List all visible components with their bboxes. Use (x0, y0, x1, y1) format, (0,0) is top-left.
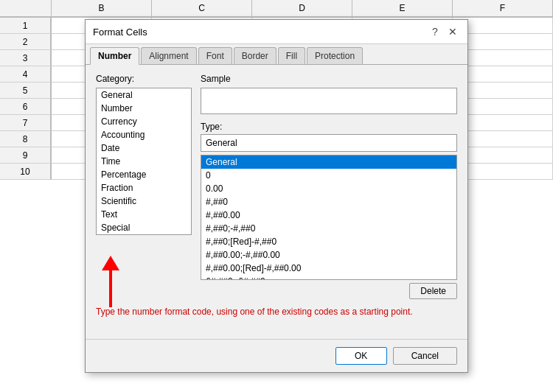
format-cells-dialog: Format Cells ? ✕ Number Alignment Font B… (85, 19, 468, 373)
tab-border[interactable]: Border (234, 47, 276, 64)
tab-alignment[interactable]: Alignment (141, 47, 196, 64)
format-hash3[interactable]: #,##0;-#,##0 (201, 222, 456, 235)
category-accounting[interactable]: Accounting (97, 128, 191, 141)
format-gbp1[interactable]: £#,##0;-£#,##0 (201, 275, 456, 280)
description-area: Type the number format code, using one o… (96, 307, 457, 324)
format-hash4[interactable]: #,##0;[Red]-#,##0 (201, 235, 456, 248)
tab-number[interactable]: Number (90, 47, 139, 65)
tab-fill[interactable]: Fill (278, 47, 305, 64)
format-hash2[interactable]: #,##0.00 (201, 209, 456, 222)
format-hash6[interactable]: #,##0.00;[Red]-#,##0.00 (201, 262, 456, 275)
category-number[interactable]: Number (97, 102, 191, 115)
category-panel: Category: General Number Currency Accoun… (96, 74, 192, 299)
category-label: Category: (96, 74, 192, 84)
dialog-overlay: Format Cells ? ✕ Number Alignment Font B… (0, 0, 553, 392)
delete-button[interactable]: Delete (409, 283, 457, 299)
category-fraction[interactable]: Fraction (97, 181, 191, 195)
cancel-button[interactable]: Cancel (393, 347, 457, 365)
titlebar-buttons: ? ✕ (428, 24, 460, 39)
category-time[interactable]: Time (97, 155, 191, 168)
format-0[interactable]: 0 (201, 169, 456, 182)
dialog-titlebar: Format Cells ? ✕ (86, 20, 467, 44)
dialog-footer: OK Cancel (86, 339, 467, 372)
delete-row: Delete (201, 283, 457, 299)
help-button[interactable]: ? (428, 24, 442, 39)
category-special[interactable]: Special (97, 221, 191, 234)
format-hash5[interactable]: #,##0.00;-#,##0.00 (201, 248, 456, 262)
dialog-content: Category: General Number Currency Accoun… (86, 65, 467, 333)
sample-box (201, 88, 457, 114)
main-area: Category: General Number Currency Accoun… (96, 74, 457, 299)
sample-label: Sample (201, 74, 457, 84)
category-custom[interactable]: Custom (97, 234, 191, 235)
type-label: Type: (201, 122, 457, 132)
dialog-title: Format Cells (93, 27, 147, 38)
ok-button[interactable]: OK (335, 347, 387, 365)
category-text[interactable]: Text (97, 208, 191, 221)
category-currency[interactable]: Currency (97, 115, 191, 128)
category-scientific[interactable]: Scientific (97, 195, 191, 208)
category-list[interactable]: General Number Currency Accounting Date … (96, 88, 192, 235)
category-date[interactable]: Date (97, 141, 191, 155)
format-hash1[interactable]: #,##0 (201, 195, 456, 209)
type-input[interactable] (201, 134, 457, 152)
category-general[interactable]: General (97, 88, 191, 102)
description-text: Type the number format code, using one o… (96, 307, 457, 324)
close-button[interactable]: ✕ (445, 24, 460, 39)
right-panel: Sample Type: General 0 0.00 #,##0 #,##0.… (201, 74, 457, 299)
tab-font[interactable]: Font (198, 47, 232, 64)
format-0.00[interactable]: 0.00 (201, 182, 456, 195)
format-general[interactable]: General (201, 155, 456, 169)
category-percentage[interactable]: Percentage (97, 168, 191, 181)
format-list[interactable]: General 0 0.00 #,##0 #,##0.00 #,##0;-#,#… (201, 155, 457, 280)
tab-bar: Number Alignment Font Border Fill Protec… (86, 44, 467, 65)
tab-protection[interactable]: Protection (307, 47, 363, 64)
